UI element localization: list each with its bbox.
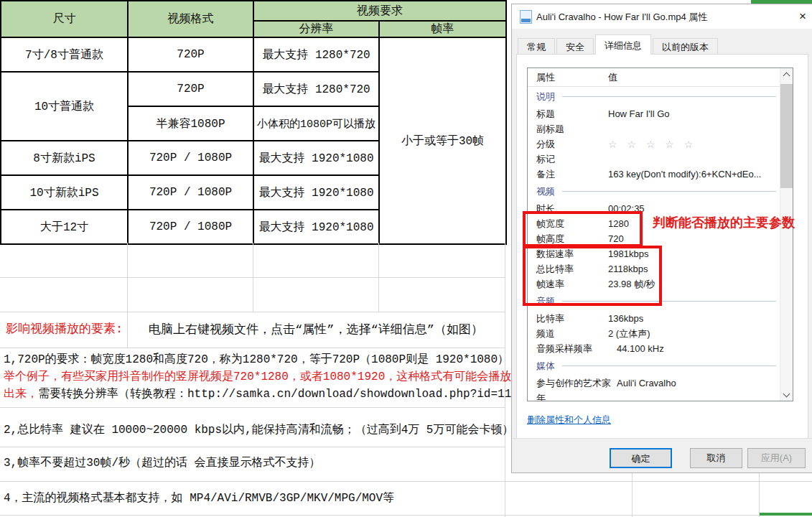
group-rule: [562, 365, 776, 366]
property-row[interactable]: 分级☆ ☆ ☆ ☆ ☆: [528, 136, 782, 152]
red-annotation: 判断能否播放的主要参数: [653, 214, 795, 231]
column-property: 属性: [528, 71, 608, 84]
properties-dialog: Auli'i Cravalho - How Far I'll Go.mp4 属性…: [511, 4, 812, 473]
col-header-framerate: 帧率: [379, 21, 506, 37]
property-label: 年: [528, 392, 608, 402]
remove-properties-link[interactable]: 删除属性和个人信息: [527, 414, 611, 427]
note-convert-resolution: 出来，需要转换分辨率（转换教程：http://samka.cn/download…: [4, 386, 523, 401]
property-value: 2 (立体声): [608, 327, 782, 340]
col-header-format: 视频格式: [128, 1, 253, 37]
scroll-up-button[interactable]: [780, 68, 793, 80]
cell-resolution: 最大支持 1280*720: [253, 72, 379, 106]
rating-stars[interactable]: ☆ ☆ ☆ ☆ ☆: [608, 139, 782, 150]
mp4-file-icon: [520, 10, 532, 24]
dialog-titlebar[interactable]: Auli'i Cravalho - How Far I'll Go.mp4 属性…: [512, 4, 812, 29]
cancel-button[interactable]: 取消: [690, 448, 742, 468]
property-label: 备注: [528, 168, 608, 181]
col-header-requirement: 视频要求: [253, 1, 506, 21]
cell-resolution: 最大支持 1920*1080: [253, 175, 379, 210]
cell-resolution: 最大支持 1280*720: [253, 37, 379, 72]
gridline: [253, 243, 253, 312]
property-row[interactable]: 频道2 (立体声): [528, 326, 782, 341]
tab-security[interactable]: 安全: [556, 38, 594, 55]
close-icon[interactable]: ×: [794, 8, 811, 25]
group-video: 视频: [528, 182, 782, 201]
property-value: 163 key(Don't modify):6+KCN+dEo...: [608, 169, 782, 180]
tab-strip: 常规 安全 详细信息 以前的版本: [518, 36, 719, 55]
scrollbar[interactable]: [780, 68, 793, 401]
cell-format: 720P: [128, 37, 253, 72]
group-label: 媒体: [528, 360, 555, 373]
note-framerate: 3,帧率不要超过30帧/秒（超过的话 会直接显示格式不支持）: [4, 455, 321, 470]
dialog-title: Auli'i Cravalho - How Far I'll Go.mp4 属性: [536, 11, 707, 24]
factors-row: 影响视频播放的要素: 电脑上右键视频文件，点击“属性”，选择“详细信息”（如图）: [0, 312, 505, 346]
tab-general[interactable]: 常规: [518, 38, 555, 55]
property-value: How Far I'll Go: [608, 108, 782, 119]
note-tutorial-url: 需要转换分辨率（转换教程：http://samka.cn/download/sh…: [38, 388, 523, 401]
property-row[interactable]: 备注163 key(Don't modify):6+KCN+dEo...: [528, 167, 782, 182]
cell-format: 半兼容1080P: [128, 106, 253, 141]
chevron-up-icon: [783, 73, 790, 80]
gridline: [0, 481, 812, 482]
property-row[interactable]: 比特率136kbps: [528, 311, 782, 326]
cell-resolution: 小体积的1080P可以播放: [253, 106, 379, 141]
property-row[interactable]: 音频采样频率44.100 kHz: [528, 341, 782, 356]
ok-button[interactable]: 确定: [610, 448, 672, 468]
col-header-resolution: 分辨率: [253, 21, 379, 37]
property-label: 音频采样频率: [528, 343, 617, 355]
selection-border-bottom: [760, 513, 812, 516]
gridline: [0, 348, 505, 348]
property-row[interactable]: 参与创作的艺术家Auli'i Cravalho: [528, 376, 782, 391]
cell-resolution: 最大支持 1920*1080: [253, 210, 379, 244]
screen: 尺寸 视频格式 视频要求 分辨率 帧率 7寸/8寸普通款 720P 最大支持 1…: [0, 0, 812, 517]
note-720p-requirement: 1,720P的要求：帧宽度1280和高度720，称为1280*720，等于720…: [4, 352, 509, 367]
property-value: 136kbps: [608, 313, 782, 324]
column-value: 值: [608, 71, 617, 84]
video-requirements-table: 尺寸 视频格式 视频要求 分辨率 帧率 7寸/8寸普通款 720P 最大支持 1…: [0, 0, 507, 245]
property-label: 比特率: [528, 312, 608, 325]
property-label: 参与创作的艺术家: [528, 377, 617, 390]
table-row: 7寸/8寸普通款 720P 最大支持 1280*720 小于或等于30帧: [1, 37, 506, 72]
gridline: [632, 472, 633, 517]
gridline: [0, 407, 505, 408]
factors-text: 电脑上右键视频文件，点击“属性”，选择“详细信息”（如图）: [127, 321, 505, 337]
cell-framerate-note: 小于或等于30帧: [379, 37, 506, 244]
red-highlight-box-frame-size: [523, 211, 643, 247]
property-row[interactable]: 标记: [528, 152, 782, 167]
group-label: 说明: [528, 90, 555, 103]
scroll-down-button[interactable]: [780, 388, 793, 401]
note-bitrate: 2,总比特率 建议在 10000~20000 kbps以内,能保持高清和流畅；（…: [4, 422, 513, 437]
gridline: [759, 472, 760, 517]
cell-size: 8寸新款iPS: [1, 141, 128, 175]
group-media: 媒体: [528, 356, 782, 376]
tab-previous-versions[interactable]: 以前的版本: [653, 38, 718, 55]
property-label: 频道: [528, 327, 608, 340]
apply-button[interactable]: 应用(A): [747, 448, 806, 468]
tab-details[interactable]: 详细信息: [595, 34, 651, 55]
property-label: 标题: [528, 108, 608, 121]
property-label: 副标题: [528, 123, 608, 136]
list-column-headers: 属性 值: [528, 68, 782, 87]
cell-resolution: 最大支持 1920*1080: [253, 141, 379, 175]
cell-size: 大于12寸: [1, 210, 128, 244]
gridline: [0, 515, 812, 516]
cell-format: 720P: [128, 72, 253, 106]
cell-format: 720P / 1080P: [128, 141, 253, 175]
property-row[interactable]: 副标题: [528, 121, 782, 136]
factors-label: 影响视频播放的要素:: [6, 320, 123, 337]
cell-size: 10寸普通款: [1, 72, 128, 141]
gridline: [0, 447, 505, 447]
note-formats: 4，主流的视频格式基本都支持，如 MP4/AVi/RMVB/3GP/MKV/MP…: [4, 490, 394, 506]
red-highlight-box-bitrates: [523, 246, 662, 306]
dialog-footer: 确定 取消 应用(A): [512, 438, 812, 472]
property-row-partial[interactable]: 年: [528, 391, 782, 401]
cell-size: 7寸/8寸普通款: [1, 37, 128, 72]
property-value: 44.100 kHz: [617, 343, 782, 354]
scrollbar-thumb[interactable]: [780, 84, 793, 188]
property-value: Auli'i Cravalho: [617, 378, 782, 388]
property-label: 标记: [528, 153, 608, 166]
property-row[interactable]: 标题How Far I'll Go: [528, 106, 782, 121]
group-label: 视频: [528, 185, 555, 198]
cell-size: 10寸新款iPS: [1, 175, 128, 210]
note-example-red: 举个例子，有些买家用抖音制作的竖屏视频是720*1280，或者1080*1920…: [4, 369, 523, 384]
